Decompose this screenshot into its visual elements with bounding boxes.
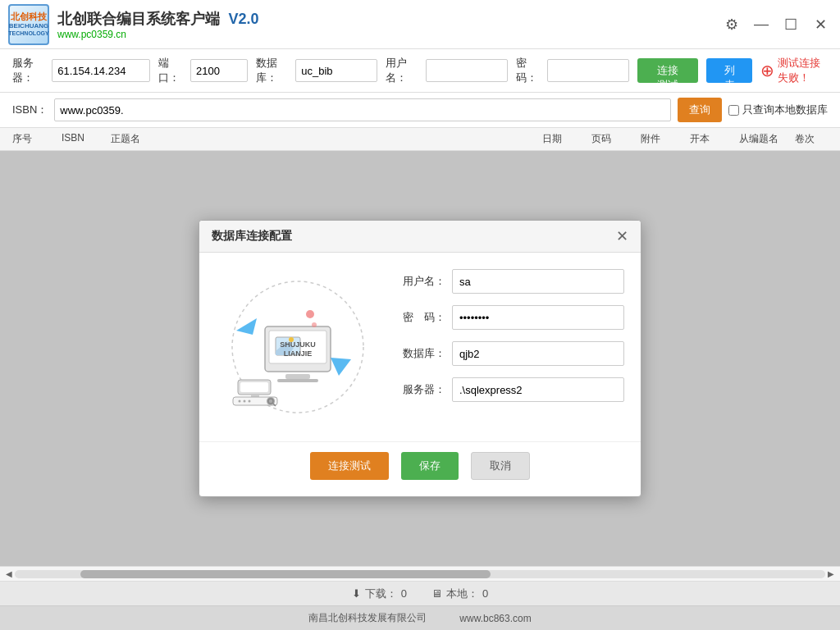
modal-illustration: SHUJUKU LIANJIE	[216, 269, 380, 425]
svg-rect-15	[240, 382, 268, 392]
download-status: ⬇ 下载： 0	[352, 587, 407, 601]
connection-error: ⊕ 测试连接失败！	[760, 56, 828, 85]
form-user-label: 用户名：	[396, 274, 445, 289]
footer: 南昌北创科技发展有限公司 www.bc863.com	[0, 605, 840, 630]
window-controls: ⚙ — ☐ ✕	[720, 13, 832, 36]
form-server-label: 服务器：	[396, 382, 445, 397]
scroll-right-arrow[interactable]: ▶	[825, 569, 837, 578]
svg-marker-11	[331, 358, 351, 376]
connection-bar: 服务器： 端口： 数据库： 用户名： 密码： 连接测试 列表 ⊕ 测试连接失败！	[0, 49, 840, 93]
error-message: 测试连接失败！	[778, 56, 828, 85]
local-label: 本地：	[446, 587, 478, 601]
pwd-input[interactable]	[547, 59, 629, 82]
table-header: 序号 ISBN 正题名 日期 页码 附件 开本 从编题名 卷次	[0, 128, 840, 151]
close-button[interactable]: ✕	[809, 13, 832, 36]
local-db-checkbox[interactable]	[728, 105, 739, 116]
form-server-input[interactable]	[452, 377, 624, 402]
modal-body: SHUJUKU LIANJIE	[199, 253, 641, 441]
title-text-group: 北创联合编目系统客户端 V2.0 www.pc0359.cn	[57, 9, 258, 40]
local-db-checkbox-label[interactable]: 只查询本地数据库	[728, 103, 828, 117]
col-title: 正题名	[111, 132, 275, 146]
modal-test-button[interactable]: 连接测试	[310, 452, 389, 480]
form-row-server: 服务器：	[396, 377, 624, 402]
pwd-label: 密码：	[516, 56, 540, 85]
title-version: V2.0	[228, 11, 258, 27]
col-format: 开本	[690, 132, 723, 146]
error-icon: ⊕	[760, 61, 774, 80]
modal-form: 用户名： 密 码： 数据库： 服务器：	[396, 269, 624, 425]
maximize-button[interactable]: ☐	[779, 13, 802, 36]
svg-point-13	[312, 322, 317, 327]
svg-rect-3	[285, 374, 310, 379]
db-config-modal: 数据库连接配置 ✕	[199, 220, 641, 497]
col-volume: 卷次	[795, 132, 828, 146]
status-bar: ⬇ 下载： 0 🖥 本地： 0	[0, 581, 840, 605]
title-bar: 北创科技 BEICHUANG TECHNOLOGY 北创联合编目系统客户端 V2…	[0, 0, 840, 49]
form-db-label: 数据库：	[396, 346, 445, 361]
local-db-label: 只查询本地数据库	[742, 103, 828, 117]
local-status: 🖥 本地： 0	[431, 587, 488, 601]
form-pwd-input[interactable]	[452, 305, 624, 330]
modal-title: 数据库连接配置	[212, 229, 292, 244]
company-website: www.bc863.com	[459, 613, 531, 624]
download-label: 下载：	[365, 587, 397, 601]
download-icon: ⬇	[352, 587, 361, 600]
svg-point-22	[244, 400, 246, 403]
scroll-track[interactable]	[15, 570, 825, 578]
title-left: 北创科技 BEICHUANG TECHNOLOGY 北创联合编目系统客户端 V2…	[8, 4, 258, 45]
isbn-input[interactable]	[54, 98, 671, 121]
modal-title-bar: 数据库连接配置 ✕	[199, 221, 641, 253]
form-row-db: 数据库：	[396, 341, 624, 366]
port-input[interactable]	[190, 59, 248, 82]
modal-overlay: 数据库连接配置 ✕	[0, 151, 840, 566]
svg-text:SHUJUKU: SHUJUKU	[280, 340, 316, 349]
col-seq: 序号	[12, 132, 45, 146]
minimize-button[interactable]: —	[750, 13, 773, 36]
illustration-svg: SHUJUKU LIANJIE	[220, 269, 376, 425]
app-title: 北创联合编目系统客户端 V2.0	[57, 9, 258, 29]
user-input[interactable]	[426, 59, 508, 82]
form-row-user: 用户名：	[396, 269, 624, 294]
main-content: 数据库连接配置 ✕	[0, 151, 840, 566]
form-pwd-label: 密 码：	[396, 310, 445, 325]
svg-marker-10	[236, 318, 257, 335]
svg-point-21	[239, 400, 241, 403]
list-button[interactable]: 列表	[706, 58, 751, 83]
svg-point-23	[249, 400, 251, 403]
form-user-input[interactable]	[452, 269, 624, 294]
svg-text:LIANJIE: LIANJIE	[284, 349, 313, 358]
scroll-thumb[interactable]	[80, 570, 491, 578]
server-input[interactable]	[52, 59, 150, 82]
svg-point-12	[306, 310, 314, 318]
form-row-pwd: 密 码：	[396, 305, 624, 330]
logo: 北创科技 BEICHUANG TECHNOLOGY	[8, 4, 49, 45]
horizontal-scrollbar[interactable]: ◀ ▶	[0, 566, 840, 581]
modal-save-button[interactable]: 保存	[401, 452, 459, 480]
logo-cn: 北创科技	[11, 11, 47, 22]
isbn-label: ISBN：	[12, 103, 48, 117]
search-bar: ISBN： 查询 只查询本地数据库	[0, 93, 840, 128]
col-series: 从编题名	[739, 132, 778, 146]
col-pages: 页码	[591, 132, 624, 146]
logo-en2: TECHNOLOGY	[8, 30, 48, 37]
port-label: 端口：	[158, 56, 182, 85]
col-attach: 附件	[641, 132, 673, 146]
modal-cancel-button[interactable]: 取消	[471, 452, 530, 480]
local-value: 0	[482, 587, 488, 600]
download-value: 0	[401, 587, 407, 600]
title-url: www.pc0359.cn	[57, 29, 258, 40]
query-button[interactable]: 查询	[678, 98, 722, 122]
db-input[interactable]	[295, 59, 377, 82]
col-isbn: ISBN	[62, 132, 94, 146]
title-main: 北创联合编目系统客户端	[57, 11, 220, 27]
settings-button[interactable]: ⚙	[720, 13, 743, 36]
company-name: 南昌北创科技发展有限公司	[308, 611, 427, 625]
form-db-input[interactable]	[452, 341, 624, 366]
user-label: 用户名：	[386, 56, 417, 85]
local-icon: 🖥	[431, 587, 442, 600]
connect-test-button[interactable]: 连接测试	[637, 58, 698, 83]
scroll-left-arrow[interactable]: ◀	[3, 569, 15, 578]
db-label: 数据库：	[256, 56, 287, 85]
modal-close-button[interactable]: ✕	[616, 229, 628, 244]
col-spacer	[291, 132, 526, 146]
